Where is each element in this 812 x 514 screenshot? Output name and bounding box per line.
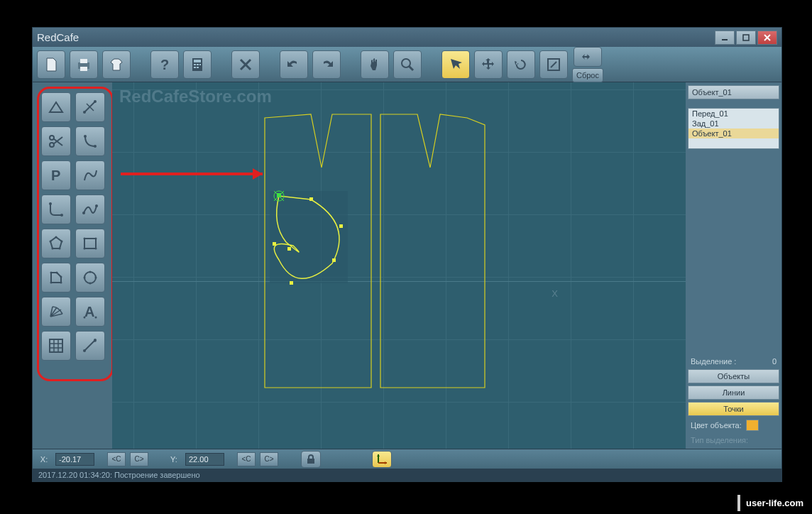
svg-rect-1 [743, 35, 749, 40]
main-toolbar: ? Сброс [33, 47, 781, 82]
x-value[interactable]: -20.17 [55, 453, 94, 466]
selection-label: Выделение : [691, 357, 736, 366]
list-item[interactable]: Объект_01 [688, 128, 779, 138]
tool-arc[interactable] [75, 126, 105, 156]
tool-spline[interactable] [75, 195, 105, 224]
reset-button[interactable]: Сброс [572, 68, 603, 82]
tool-letter-a[interactable]: A [75, 297, 105, 327]
svg-rect-73 [273, 242, 276, 246]
tool-triangle[interactable] [41, 92, 71, 122]
help-button[interactable]: ? [150, 50, 179, 79]
undo-button[interactable] [280, 50, 308, 79]
selection-count: Выделение : 0 [688, 356, 779, 367]
svg-rect-77 [339, 224, 343, 228]
list-item[interactable]: Перед_01 [688, 109, 779, 119]
tool-corner[interactable] [41, 195, 71, 224]
x-decrease[interactable]: <C [107, 452, 126, 466]
svg-point-51 [50, 282, 53, 284]
tool-shape[interactable] [41, 263, 71, 292]
svg-point-50 [60, 282, 62, 284]
svg-rect-78 [309, 197, 313, 201]
titlebar: RedCafe [33, 28, 781, 47]
new-file-button[interactable] [37, 50, 65, 79]
svg-line-18 [409, 66, 413, 70]
y-decrease[interactable]: <C [237, 452, 256, 466]
tool-measure[interactable] [75, 331, 105, 361]
svg-point-54 [95, 277, 97, 279]
list-item[interactable]: Зад_01 [688, 119, 779, 128]
tool-curve[interactable] [75, 160, 105, 190]
tool-circle[interactable] [75, 263, 105, 292]
svg-rect-42 [84, 239, 96, 248]
tool-line[interactable] [75, 92, 105, 122]
y-value[interactable]: 22.00 [185, 453, 224, 466]
minimize-button[interactable] [715, 31, 735, 45]
object-header[interactable]: Объект_01 [688, 85, 779, 99]
tshirt-button[interactable] [102, 50, 131, 79]
calculator-button[interactable] [183, 50, 212, 79]
svg-point-36 [95, 204, 98, 207]
svg-point-30 [84, 135, 87, 138]
move-button[interactable] [474, 50, 503, 79]
y-increase[interactable]: C> [260, 452, 278, 466]
axis-toggle-button[interactable] [372, 451, 392, 468]
tool-letter-p[interactable]: P [41, 160, 71, 190]
svg-rect-9 [194, 60, 201, 62]
svg-point-21 [586, 55, 589, 58]
lock-button[interactable] [301, 451, 321, 468]
svg-point-40 [52, 248, 54, 250]
svg-rect-5 [80, 59, 87, 63]
print-button[interactable] [70, 50, 98, 79]
scale-button[interactable] [539, 50, 568, 79]
pan-button[interactable] [361, 50, 389, 79]
selection-type-label: Тип выделения: [688, 434, 779, 446]
objects-button[interactable]: Объекты [688, 369, 779, 383]
canvas[interactable]: X RedCafeStore.com [112, 82, 686, 449]
tool-grid[interactable] [41, 331, 71, 361]
svg-rect-6 [80, 67, 87, 71]
svg-point-43 [84, 238, 86, 240]
svg-point-33 [49, 202, 52, 205]
selection-value: 0 [772, 357, 777, 366]
svg-point-52 [84, 272, 96, 283]
svg-point-53 [89, 271, 92, 273]
rotate-button[interactable] [507, 50, 535, 79]
svg-point-24 [94, 100, 97, 103]
app-window: RedCafe ? Сброс [32, 27, 782, 482]
svg-point-59 [95, 317, 97, 319]
object-list[interactable]: Перед_01 Зад_01 Объект_01 [688, 108, 779, 149]
x-increase[interactable]: C> [130, 452, 148, 466]
delete-button[interactable] [231, 50, 260, 79]
tool-rectangle[interactable] [75, 229, 105, 258]
svg-point-31 [94, 145, 97, 148]
status-bar: 2017.12.20 01:34:20: Построение завершен… [33, 469, 781, 481]
svg-point-35 [82, 212, 85, 214]
zoom-button[interactable] [393, 50, 422, 79]
maximize-button[interactable] [736, 31, 756, 45]
points-button[interactable]: Точки [688, 402, 779, 416]
svg-point-46 [95, 248, 97, 250]
svg-point-48 [56, 272, 58, 274]
svg-rect-74 [287, 247, 291, 251]
svg-point-58 [84, 317, 86, 319]
status-text: 2017.12.20 01:34:20: Построение завершен… [38, 471, 200, 479]
tool-scissors[interactable] [41, 126, 71, 156]
svg-rect-79 [307, 459, 314, 464]
y-label: Y: [167, 455, 181, 464]
close-button[interactable] [757, 31, 777, 45]
svg-point-39 [59, 248, 61, 250]
svg-point-49 [60, 276, 62, 278]
svg-point-34 [60, 214, 63, 217]
svg-line-65 [84, 340, 95, 351]
tool-polygon[interactable] [41, 229, 71, 258]
svg-rect-13 [194, 67, 196, 68]
svg-point-47 [50, 272, 53, 274]
lines-button[interactable]: Линии [688, 386, 779, 400]
canvas-drawing [112, 82, 680, 449]
redo-button[interactable] [312, 50, 341, 79]
transform-button[interactable] [574, 47, 602, 67]
select-button[interactable] [441, 50, 470, 79]
object-color-swatch[interactable] [746, 420, 759, 431]
tool-fan[interactable] [41, 297, 71, 327]
svg-point-44 [95, 238, 97, 240]
